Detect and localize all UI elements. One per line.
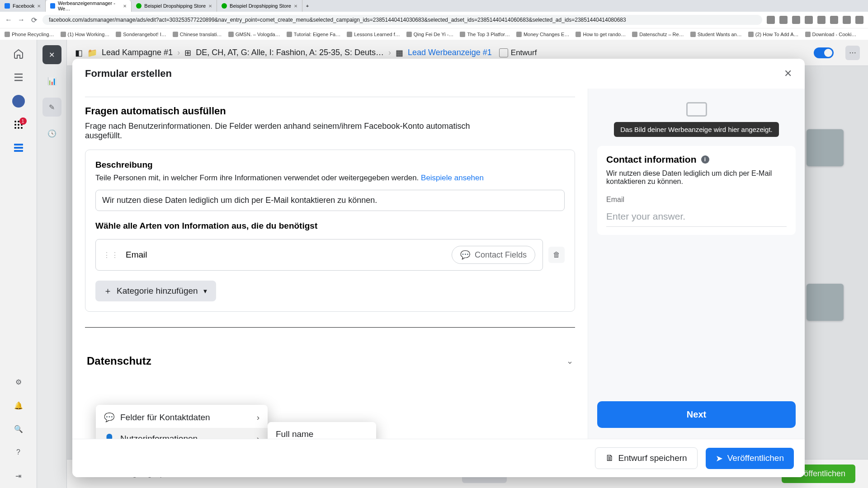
bookmark[interactable]: GMSN. – Vologda…: [228, 32, 280, 37]
user-icon: 👤: [104, 433, 114, 439]
category-menu: 💬Felder für Kontaktdaten› 👤Nutzerinforma…: [96, 405, 268, 439]
tab-adsmanager[interactable]: Werbeanzeigenmanager - We…✕: [46, 0, 132, 12]
menu-item-contact-fields[interactable]: 💬Felder für Kontaktdaten›: [96, 407, 268, 428]
preview-image-placeholder: [597, 97, 796, 117]
extension-icon[interactable]: [792, 16, 800, 24]
extension-icon[interactable]: [805, 16, 813, 24]
address-bar-row: ← → ⟳ facebook.com/adsmanager/manage/ads…: [0, 12, 868, 28]
info-icon[interactable]: i: [701, 155, 709, 164]
bookmark[interactable]: Lessons Learned f…: [347, 32, 400, 37]
preview-image-tip: Das Bild deiner Werbeanzeige wird hier a…: [614, 122, 779, 137]
forward-icon[interactable]: →: [17, 16, 25, 24]
address-bar[interactable]: facebook.com/adsmanager/manage/ads/edit?…: [42, 15, 762, 25]
section-title: Fragen automatisch ausfüllen: [85, 105, 575, 117]
tab-label: Beispiel Dropshipping Store: [230, 3, 291, 9]
image-icon: [686, 102, 707, 117]
publish-form-button[interactable]: ➤Veröffentlichen: [706, 448, 794, 469]
close-icon[interactable]: ✕: [208, 4, 212, 9]
section-description: Frage nach Benutzerinformationen. Die Fe…: [85, 122, 474, 141]
preview-next-button[interactable]: Next: [597, 401, 796, 428]
create-form-modal: Formular erstellen ✕ Fragen automatisch …: [72, 59, 805, 477]
submenu-full-name[interactable]: Full name: [268, 424, 376, 439]
bookmark[interactable]: (2) How To Add A…: [748, 32, 799, 37]
preview-field-input: Enter your answer.: [606, 207, 787, 227]
extension-icon[interactable]: [855, 16, 863, 24]
extension-icon[interactable]: [843, 16, 851, 24]
description-label: Beschreibung: [95, 160, 565, 170]
tab-label: Werbeanzeigenmanager - We…: [58, 0, 120, 11]
close-icon[interactable]: ✕: [37, 4, 41, 9]
close-icon[interactable]: ✕: [784, 68, 792, 80]
bookmark[interactable]: Student Wants an…: [690, 32, 742, 37]
modal-footer: 🗎Entwurf speichern ➤Veröffentlichen: [72, 439, 805, 477]
modal-title: Formular erstellen: [85, 68, 172, 80]
examples-link[interactable]: Beispiele ansehen: [421, 174, 484, 182]
bookmark[interactable]: Tutorial: Eigene Fa…: [287, 32, 341, 37]
preview-card-desc: Wir nutzen diese Daten lediglich um dich…: [606, 169, 787, 186]
bookmark[interactable]: Chinese translati…: [173, 32, 222, 37]
tab-label: Facebook: [13, 3, 34, 9]
chat-icon: 💬: [104, 412, 114, 422]
bookmark[interactable]: (1) How Working…: [61, 32, 110, 37]
drag-handle-icon[interactable]: ⋮⋮: [103, 251, 119, 259]
pick-info-label: Wähle alle Arten von Information aus, di…: [95, 221, 565, 231]
preview-card: Contact informationi Wir nutzen diese Da…: [597, 146, 796, 235]
bookmarks-bar: Phone Recycling… (1) How Working… Sonder…: [0, 28, 868, 40]
datenschutz-section-header[interactable]: Datenschutz ⌄: [85, 351, 575, 371]
bookmark[interactable]: Datenschutz – Re…: [632, 32, 684, 37]
form-editor-column: Fragen automatisch ausfüllen Frage nach …: [72, 89, 588, 439]
reload-icon[interactable]: ⟳: [30, 16, 38, 24]
save-draft-button[interactable]: 🗎Entwurf speichern: [595, 447, 698, 469]
close-icon[interactable]: ✕: [294, 4, 297, 9]
send-icon: ➤: [716, 453, 723, 464]
back-icon[interactable]: ←: [5, 16, 13, 24]
field-chip-email[interactable]: ⋮⋮ Email 💬Contact Fields: [95, 239, 543, 271]
extension-icon[interactable]: [817, 16, 826, 24]
tab-facebook[interactable]: Facebook✕: [0, 0, 46, 12]
extension-icon[interactable]: [779, 16, 788, 24]
bookmark[interactable]: Money Changes E…: [516, 32, 570, 37]
contact-fields-pill[interactable]: 💬Contact Fields: [452, 246, 535, 264]
bookmark[interactable]: Phone Recycling…: [5, 32, 54, 37]
field-row: ⋮⋮ Email 💬Contact Fields 🗑: [95, 239, 565, 271]
user-info-submenu: Full name First name Last name: [268, 422, 376, 439]
browser-chrome: Facebook✕ Werbeanzeigenmanager - We…✕ Be…: [0, 0, 868, 40]
preview-card-title: Contact informationi: [606, 154, 787, 165]
bookmark[interactable]: Qing Fei De Yi -…: [406, 32, 454, 37]
chevron-down-icon[interactable]: ⌄: [566, 356, 573, 366]
next-section-title: Datenschutz: [87, 355, 151, 367]
tab-store1[interactable]: Beispiel Dropshipping Store✕: [132, 0, 217, 12]
extension-icon[interactable]: [830, 16, 838, 24]
chat-icon: 💬: [460, 250, 470, 260]
chevron-right-icon: ›: [257, 434, 259, 439]
description-input[interactable]: [95, 190, 565, 211]
save-icon: 🗎: [605, 453, 614, 463]
chevron-right-icon: ›: [257, 413, 259, 422]
extension-icon[interactable]: [767, 16, 775, 24]
bookmark[interactable]: How to get rando…: [576, 32, 626, 37]
menu-item-user-info[interactable]: 👤Nutzerinformationen›: [96, 428, 268, 439]
trash-icon[interactable]: 🗑: [548, 247, 565, 263]
tab-label: Beispiel Dropshipping Store: [144, 3, 206, 9]
modal-header: Formular erstellen ✕: [72, 59, 805, 89]
add-category-button[interactable]: ＋ Kategorie hinzufügen ▼: [95, 281, 216, 301]
extension-icons: [767, 16, 863, 24]
plus-icon: ＋: [104, 285, 112, 297]
field-name: Email: [126, 250, 147, 260]
new-tab-button[interactable]: +: [302, 3, 312, 9]
description-hint: Teile Personen mit, in welcher Form ihre…: [95, 174, 565, 183]
preview-field-label: Email: [606, 196, 787, 204]
form-preview-column: Das Bild deiner Werbeanzeige wird hier a…: [588, 89, 805, 439]
description-card: Beschreibung Teile Personen mit, in welc…: [85, 150, 575, 312]
bookmark[interactable]: Sonderangebot! I…: [116, 32, 166, 37]
tab-strip: Facebook✕ Werbeanzeigenmanager - We…✕ Be…: [0, 0, 868, 12]
tab-store2[interactable]: Beispiel Dropshipping Store✕: [217, 0, 302, 12]
bookmark[interactable]: The Top 3 Platfor…: [460, 32, 510, 37]
bookmark[interactable]: Download - Cooki…: [805, 32, 857, 37]
chevron-down-icon: ▼: [203, 288, 208, 295]
close-icon[interactable]: ✕: [123, 4, 127, 9]
